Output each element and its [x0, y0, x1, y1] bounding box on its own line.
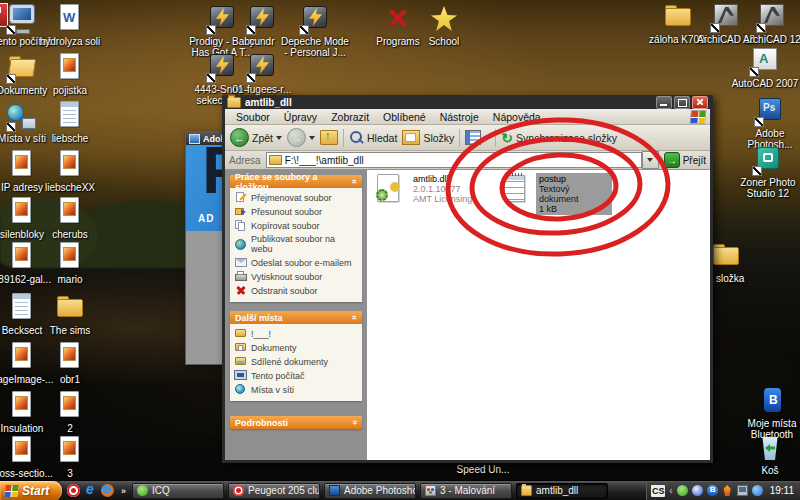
ie-q-icon[interactable] — [84, 484, 97, 497]
sync-button[interactable]: ↻ Synchronizace složky — [501, 131, 617, 145]
panel-title: Práce se soubory a složkou — [235, 172, 352, 192]
file-detail-2: 1 kB — [539, 204, 609, 214]
desktop-icon-label: 3 — [67, 468, 73, 479]
task-buttons: ICQ Peugeot 205 club • O... Adobe Photos… — [132, 483, 608, 499]
taskbar-button[interactable]: amtlib_dll — [516, 483, 608, 499]
file-detail-2: AMT Licensing — [413, 194, 472, 204]
autocad-icon — [748, 46, 782, 76]
menu-item[interactable]: Zobrazit — [324, 110, 376, 124]
desktop-icon[interactable]: Koš — [734, 433, 800, 476]
monitor-t-icon[interactable] — [737, 485, 748, 496]
desktop-icon[interactable]: Depeche Mode - Personal J... — [279, 4, 351, 58]
print-icon — [235, 271, 247, 282]
adobe-logo-subtext: AD — [198, 213, 214, 224]
address-dropdown-icon — [647, 158, 653, 162]
task-item[interactable]: Kopírovat soubor — [235, 220, 359, 231]
flame-t-icon[interactable] — [722, 485, 733, 496]
desktop-icon[interactable]: Zoner Photo Studio 12 — [732, 145, 800, 199]
icq-t-icon[interactable] — [677, 485, 688, 496]
menu-item[interactable]: Nástroje — [433, 110, 486, 124]
task-item-label: Odeslat soubor e-mailem — [251, 258, 352, 268]
copy-icon — [235, 220, 247, 231]
place-item[interactable]: Tento počítač — [235, 370, 359, 381]
menu-bar: SouborÚpravyZobrazitOblíbenéNástrojeNápo… — [225, 109, 710, 125]
desktop-icon[interactable]: Adobe Photosh... — [734, 96, 800, 150]
taskbar-button[interactable]: Adobe Photoshop CS4 — [324, 483, 416, 499]
globe-t-icon[interactable] — [752, 485, 763, 496]
desktop-icon[interactable]: 01-fugees-r... — [226, 52, 298, 95]
panel-other-places-header[interactable]: Další místa » — [230, 311, 362, 324]
desktop-icon[interactable]: cherubs — [34, 197, 106, 240]
desktop-icon[interactable]: 3 — [34, 436, 106, 479]
desktop-icon[interactable]: pojistka — [34, 53, 106, 96]
task-item[interactable]: Publikovat soubor na webu — [235, 234, 359, 254]
opera-q-icon[interactable] — [67, 484, 80, 497]
minimize-button[interactable] — [656, 96, 672, 109]
language-indicator[interactable]: CS — [651, 485, 665, 497]
desktop-icon[interactable]: AutoCAD 2007 — [729, 46, 800, 89]
menu-item[interactable]: Úpravy — [277, 110, 324, 124]
file-tile[interactable]: postup Textový dokument 1 kB — [501, 173, 612, 215]
start-label: Start — [22, 484, 49, 498]
place-item[interactable]: Místa v síti — [235, 384, 359, 395]
file-list-area[interactable]: amtlib.dll 2.0.1.10077 AMT Licensing pos… — [367, 170, 710, 460]
tray-chevron[interactable]: ‹ — [669, 486, 672, 496]
desktop-icon[interactable]: obr1 — [34, 342, 106, 385]
window-title: amtlib_dll — [245, 97, 292, 108]
search-button[interactable]: Hledat — [349, 130, 397, 145]
toolbar-separator — [343, 129, 344, 147]
note-icon — [501, 173, 531, 207]
desktop-icon[interactable]: Moje místa Bluetooth — [736, 386, 800, 440]
taskbar-button[interactable]: Peugeot 205 club • O... — [228, 483, 320, 499]
menu-item[interactable]: Nápověda — [486, 110, 548, 124]
place-item[interactable]: Dokumenty — [235, 342, 359, 353]
tray-icons — [677, 485, 763, 496]
desktop-icon[interactable]: liebscheXX — [34, 150, 106, 193]
address-input[interactable]: F:\!___!\amtlib_dll — [266, 152, 642, 168]
folders-button[interactable]: Složky — [402, 130, 454, 145]
place-item[interactable]: Sdílené dokumenty — [235, 356, 359, 367]
task-item[interactable]: Vytisknout soubor — [235, 271, 359, 282]
file-detail-1: 2.0.1.10077 — [413, 184, 472, 194]
bt-t-icon[interactable] — [707, 485, 718, 496]
taskbar: Start » ICQ Peugeot 205 club • O... Adob… — [0, 480, 800, 500]
desktop-icon[interactable]: hydrolyza soli — [34, 4, 106, 47]
recycle-icon — [753, 433, 787, 463]
desktop-icon[interactable]: 2 — [34, 391, 106, 434]
firefox-q-icon[interactable] — [101, 484, 114, 497]
desktop-icon[interactable]: The sims — [34, 293, 106, 336]
address-dropdown-button[interactable] — [642, 151, 659, 169]
task-item[interactable]: Přejmenovat soubor — [235, 192, 359, 203]
taskbar-button[interactable]: ICQ — [132, 483, 224, 499]
task-item-label: Odstranit soubor — [251, 286, 318, 296]
forward-button[interactable]: → — [287, 128, 315, 147]
panel-details-header[interactable]: Podrobnosti » — [230, 416, 362, 429]
close-button[interactable] — [692, 96, 708, 109]
menu-item[interactable]: Soubor — [229, 110, 277, 124]
maximize-button[interactable] — [674, 96, 690, 109]
desktop-icon[interactable]: mario — [34, 242, 106, 285]
menu-item[interactable]: Oblíbené — [376, 110, 433, 124]
back-button[interactable]: ← Zpět — [230, 128, 282, 147]
up-button[interactable] — [320, 130, 338, 145]
task-item[interactable]: Odeslat soubor e-mailem — [235, 257, 359, 268]
start-button[interactable]: Start — [0, 481, 62, 500]
panel-other-places: Další místa » !___! Dokumenty Sdílené do… — [230, 311, 362, 401]
taskbar-button[interactable]: 3 - Malování — [420, 483, 512, 499]
folder-m-icon — [235, 328, 247, 339]
go-button[interactable]: → Přejít — [664, 152, 706, 168]
search-icon — [349, 130, 364, 145]
window-controls — [656, 96, 708, 109]
place-item[interactable]: !___! — [235, 328, 359, 339]
quick-launch-overflow-chevron[interactable]: » — [119, 486, 128, 496]
explorer-titlebar[interactable]: amtlib_dll — [225, 95, 710, 109]
file-tile[interactable]: amtlib.dll 2.0.1.10077 AMT Licensing — [375, 173, 475, 207]
msn-t-icon[interactable] — [692, 485, 703, 496]
task-item[interactable]: Odstranit soubor — [235, 285, 359, 296]
panel-file-tasks-header[interactable]: Práce se soubory a složkou » — [230, 175, 362, 188]
desktop-icon[interactable]: ArchiCAD 12 — [736, 2, 800, 45]
task-item[interactable]: Přesunout soubor — [235, 206, 359, 217]
views-button[interactable] — [465, 130, 490, 145]
desktop-icon[interactable]: School — [408, 4, 480, 47]
desktop-icon[interactable]: liebsche — [34, 101, 106, 144]
